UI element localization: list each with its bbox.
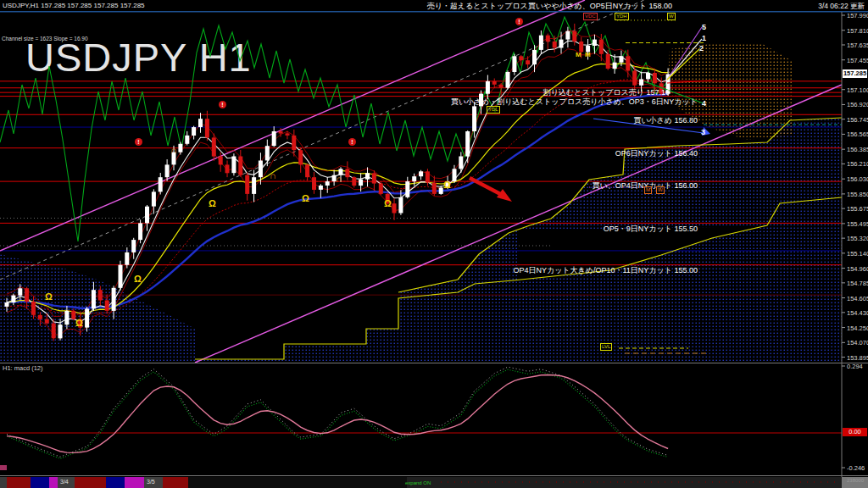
price-axis-label: 154.070 <box>847 339 868 347</box>
double-m-marker-icon: M M <box>576 51 592 58</box>
strip-note: expand ON <box>405 480 431 485</box>
current-price-box: 157.285 <box>843 69 867 78</box>
price-axis-label: 154.960 <box>847 265 868 273</box>
price-axis-label: 157.810 <box>847 27 868 35</box>
omega-marker-icon: Ω <box>384 198 392 208</box>
tag-box: W <box>667 13 676 20</box>
price-axis-label: 156.030 <box>847 175 868 183</box>
price-axis-label: 154.785 <box>847 280 868 287</box>
tag-box: W <box>656 186 665 194</box>
projection-label: 3 <box>701 128 705 136</box>
timeline-date: 3/5 <box>147 479 155 485</box>
price-axis-label: 156.385 <box>847 146 868 153</box>
tag-box: M <box>644 186 652 194</box>
price-axis-label: 156.920 <box>847 101 868 108</box>
macd-axis-label: 238000 <box>847 478 864 483</box>
price-axis-label: 157.990 <box>847 12 868 19</box>
macd-axis-label: 0.294 <box>847 363 863 370</box>
price-axis-label: 154.430 <box>847 309 868 317</box>
price-axis-label: 154.605 <box>847 295 868 302</box>
alert-marker-icon: ! <box>219 101 226 108</box>
price-axis-label: 155.140 <box>847 250 868 258</box>
last-update: 3/4 06:22 更新 <box>818 2 865 12</box>
price-axis-label: 156.565 <box>847 130 868 138</box>
omega-marker-icon: Ω <box>134 274 142 284</box>
level-annotation: OP6日NYカット 156.40 <box>615 148 698 159</box>
price-axis-label: 155.495 <box>847 220 868 228</box>
price-axis-label: 155.320 <box>847 235 868 242</box>
price-axis-label: 157.100 <box>847 86 868 94</box>
omega-marker-icon: Ω <box>45 291 53 302</box>
ohlc-readout: USDJPY,H1 157.285 157.285 157.285 157.28… <box>3 2 145 9</box>
macd-label: H1: macd (12) <box>3 364 43 372</box>
cap-marker-icon: ∩ <box>170 145 177 155</box>
alert-marker-icon: ! <box>135 138 142 146</box>
level-annotation: 売り・超えるとストップロス買いやや小さめ、OP5日NYカット 158.00 <box>427 1 672 12</box>
omega-marker-icon: Ω <box>302 193 309 203</box>
main-chart[interactable] <box>0 0 868 488</box>
projection-label: 1 <box>702 34 706 42</box>
price-axis-label: 154.250 <box>847 324 868 332</box>
price-axis-label: 155.850 <box>847 191 868 198</box>
alert-marker-icon: ! <box>515 18 523 25</box>
projection-label: 5 <box>702 23 706 31</box>
omega-marker-icon: Ω <box>209 198 216 208</box>
alert-marker-icon: ! <box>348 138 356 146</box>
price-axis-label: 157.635 <box>847 42 868 49</box>
timeline-date: 3/4 <box>60 479 69 485</box>
omega-marker-icon: Ω <box>443 180 451 190</box>
omega-marker-icon: Ω <box>75 318 83 328</box>
mt4-chart-window: USDJPY H1 Channel size = 1623 Slope = 16… <box>0 0 868 488</box>
cap-marker-icon: ∩ <box>336 174 342 184</box>
tag-box: YDL <box>487 106 500 114</box>
price-axis-label: 153.895 <box>847 354 868 362</box>
price-axis-label: 155.675 <box>847 205 868 213</box>
cap-marker-icon: ∩ <box>270 170 276 180</box>
level-annotation: 買い小さめ 156.80 <box>633 115 698 126</box>
price-axis-label: 157.455 <box>847 57 868 64</box>
level-annotation: OP4日NYカット大きめ/OP10・11日NYカット 155.00 <box>513 265 698 276</box>
tag-box: LVL <box>600 343 612 351</box>
tag-box: VDC <box>583 13 598 20</box>
tag-box: YDH <box>615 13 629 20</box>
macd-axis-label: -0.246 <box>847 464 865 472</box>
price-axis-label: 156.210 <box>847 160 868 168</box>
projection-label: 4 <box>702 99 706 108</box>
macd-zero-box: 0.00 <box>843 428 867 436</box>
level-annotation: OP5・9日NYカット 155.50 <box>604 224 698 235</box>
projection-label: 2 <box>699 44 704 53</box>
price-axis-label: 156.745 <box>847 116 868 124</box>
